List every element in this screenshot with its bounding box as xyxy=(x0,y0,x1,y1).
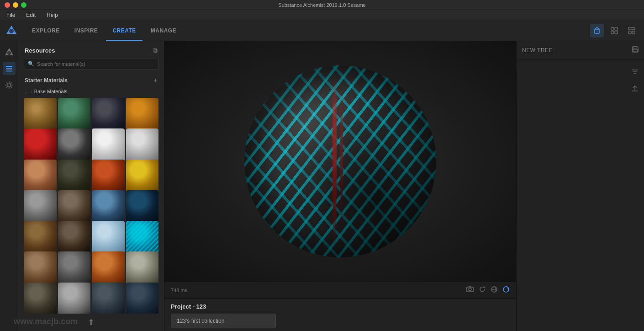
material-item[interactable] xyxy=(126,190,159,223)
close-button[interactable] xyxy=(5,2,10,8)
material-item[interactable] xyxy=(126,283,159,314)
panel-footer: ⬆ xyxy=(18,314,164,331)
titlebar: Substance Alchemist 2019.1.0 Sesame xyxy=(0,0,644,10)
material-item[interactable] xyxy=(24,160,57,192)
material-item[interactable] xyxy=(126,251,159,284)
menu-help[interactable]: Help xyxy=(45,11,60,19)
tab-inspire[interactable]: INSPIRE xyxy=(68,20,105,41)
tab-explore[interactable]: EXPLORE xyxy=(26,20,66,41)
rotate-icon[interactable] xyxy=(502,286,510,294)
viewport[interactable] xyxy=(164,41,516,282)
material-item[interactable] xyxy=(24,98,57,131)
menu-file[interactable]: File xyxy=(5,11,17,19)
app-logo xyxy=(5,24,18,37)
settings-icon xyxy=(5,81,13,89)
filter-icon[interactable] xyxy=(628,66,641,79)
chevron-right-icon: › xyxy=(31,89,32,94)
svg-point-19 xyxy=(469,288,471,291)
material-item[interactable] xyxy=(126,160,159,192)
breadcrumb-ellipsis[interactable]: ... xyxy=(25,89,29,94)
collection-item[interactable]: 123's first collection xyxy=(171,314,276,328)
sidebar-icon-layers[interactable] xyxy=(3,62,16,75)
tab-create[interactable]: CREATE xyxy=(106,20,142,41)
material-item[interactable] xyxy=(58,251,91,284)
right-side-icons xyxy=(626,63,644,101)
upload-right-icon[interactable] xyxy=(628,81,641,94)
material-item[interactable] xyxy=(58,221,91,254)
material-item[interactable] xyxy=(92,98,125,131)
svg-rect-14 xyxy=(6,66,12,67)
layout-view-button[interactable] xyxy=(625,24,639,37)
save-icon[interactable] xyxy=(632,46,639,54)
sidebar-icons xyxy=(0,41,18,331)
material-item[interactable] xyxy=(92,283,125,314)
svg-rect-5 xyxy=(611,27,614,30)
main-layout: Resources ⧉ 🔍 Starter Materials + ... › … xyxy=(0,41,644,331)
svg-rect-9 xyxy=(628,27,635,30)
resources-panel: Resources ⧉ 🔍 Starter Materials + ... › … xyxy=(18,41,164,331)
panel-header: Resources ⧉ xyxy=(18,41,164,58)
grid-view-button[interactable] xyxy=(607,24,621,37)
material-item[interactable] xyxy=(58,283,91,314)
camera-icon[interactable] xyxy=(466,286,474,294)
add-material-button[interactable]: + xyxy=(153,77,158,84)
material-item[interactable] xyxy=(24,251,57,284)
navbar: EXPLORE INSPIRE CREATE MANAGE xyxy=(0,20,644,41)
material-item[interactable] xyxy=(92,190,125,223)
search-icon: 🔍 xyxy=(28,61,34,67)
layout-icon xyxy=(628,27,636,35)
filter-svg xyxy=(631,68,639,76)
globe-icon[interactable] xyxy=(491,286,498,294)
starter-materials-title: Starter Materials xyxy=(25,77,68,84)
material-item[interactable] xyxy=(24,283,57,314)
svg-rect-26 xyxy=(633,49,638,52)
navbar-right-icons xyxy=(590,24,639,37)
material-item[interactable] xyxy=(92,128,125,161)
material-item[interactable] xyxy=(126,98,159,131)
titlebar-buttons xyxy=(5,2,26,8)
cube-view-button[interactable] xyxy=(590,24,604,37)
reset-view-icon[interactable] xyxy=(479,286,486,294)
material-item[interactable] xyxy=(126,221,159,254)
right-content xyxy=(517,59,644,331)
cube-icon xyxy=(593,27,601,35)
minimize-button[interactable] xyxy=(13,2,18,8)
material-item[interactable] xyxy=(24,190,57,223)
material-item[interactable] xyxy=(92,251,125,284)
render-timing: 748 ms xyxy=(171,288,187,293)
breadcrumb: ... › Base Materials xyxy=(18,87,164,96)
material-item[interactable] xyxy=(24,128,57,161)
logo-icon xyxy=(5,25,17,37)
tab-manage[interactable]: MANAGE xyxy=(144,20,183,41)
svg-rect-11 xyxy=(632,31,635,34)
sidebar-icon-settings[interactable] xyxy=(3,79,16,91)
material-item[interactable] xyxy=(58,98,91,131)
svg-rect-10 xyxy=(628,31,631,34)
duplicate-icon[interactable]: ⧉ xyxy=(153,47,158,54)
material-item[interactable] xyxy=(92,221,125,254)
material-item[interactable] xyxy=(58,128,91,161)
material-item[interactable] xyxy=(24,221,57,254)
sphere-base xyxy=(244,65,436,257)
starter-materials-header: Starter Materials + xyxy=(18,74,164,87)
material-grid xyxy=(18,96,164,314)
menu-edit[interactable]: Edit xyxy=(24,11,37,19)
upload-button[interactable]: ⬆ xyxy=(88,317,95,327)
svg-rect-7 xyxy=(611,31,614,34)
svg-point-1 xyxy=(9,29,14,33)
material-item[interactable] xyxy=(58,190,91,223)
rotate-svg xyxy=(502,286,510,293)
material-item[interactable] xyxy=(92,160,125,192)
svg-point-17 xyxy=(8,84,11,86)
upload-svg xyxy=(631,84,639,92)
alchemist-logo-icon xyxy=(4,47,14,57)
material-item[interactable] xyxy=(126,128,159,161)
nav-tabs: EXPLORE INSPIRE CREATE MANAGE xyxy=(26,20,183,41)
layers-icon xyxy=(5,64,13,73)
svg-rect-16 xyxy=(6,70,12,72)
maximize-button[interactable] xyxy=(21,2,26,8)
material-item[interactable] xyxy=(58,160,91,192)
search-input[interactable] xyxy=(37,61,154,67)
grid-icon xyxy=(610,27,618,35)
window-title: Substance Alchemist 2019.1.0 Sesame xyxy=(278,2,365,8)
